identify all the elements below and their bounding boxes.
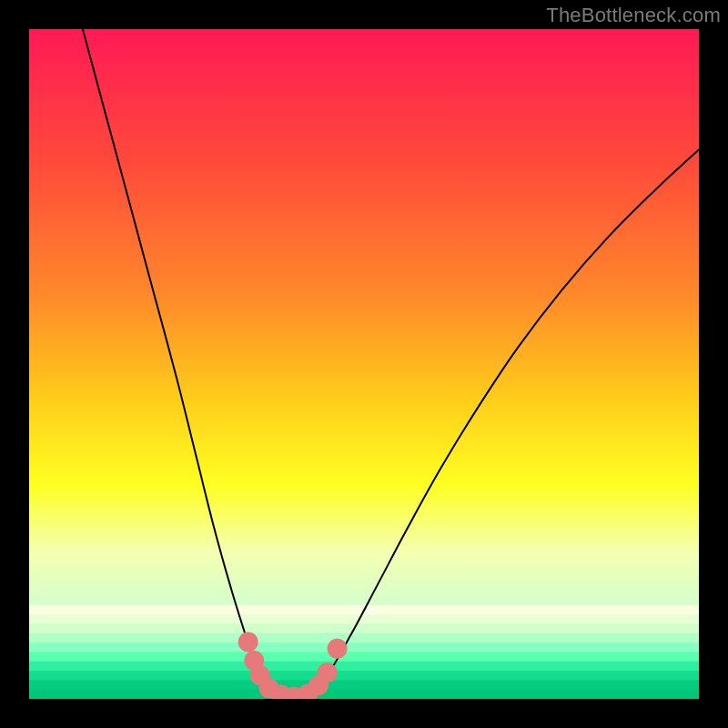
- svg-rect-7: [29, 671, 699, 681]
- marker-dot: [318, 662, 338, 682]
- marker-dot: [328, 639, 348, 659]
- chart-svg: [29, 29, 699, 699]
- svg-rect-5: [29, 652, 699, 662]
- watermark-text: TheBottleneck.com: [546, 4, 721, 27]
- chart-frame: TheBottleneck.com: [0, 0, 728, 728]
- svg-rect-8: [29, 680, 699, 690]
- svg-rect-9: [29, 690, 699, 699]
- svg-rect-2: [29, 624, 699, 634]
- svg-rect-4: [29, 642, 699, 652]
- plot-area: [29, 29, 699, 699]
- svg-rect-3: [29, 633, 699, 643]
- svg-rect-1: [29, 614, 699, 624]
- gradient-background: [29, 29, 699, 699]
- svg-rect-6: [29, 662, 699, 672]
- marker-dot: [238, 632, 258, 652]
- green-band: [29, 605, 699, 699]
